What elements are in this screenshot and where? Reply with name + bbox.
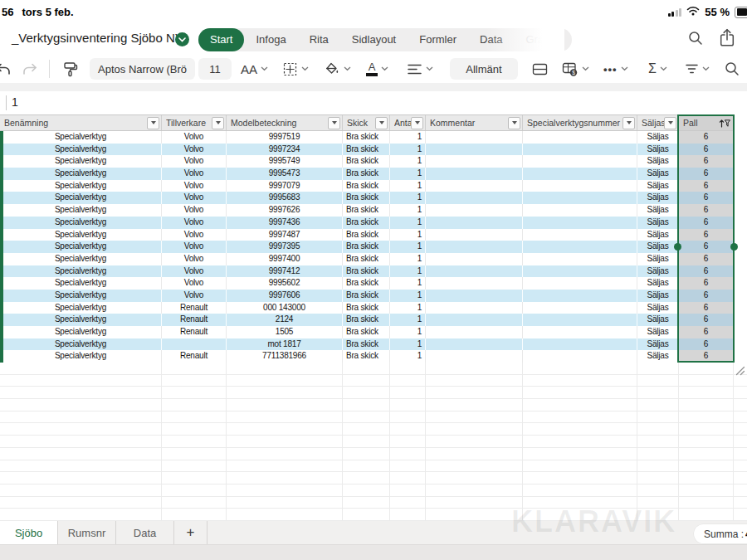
cell-benämning[interactable]: Specialverktyg bbox=[0, 338, 162, 351]
cell-kommentar[interactable] bbox=[426, 180, 523, 192]
cell-antal[interactable]: 1 bbox=[390, 253, 426, 265]
ribbon-tab-rita[interactable]: Rita bbox=[298, 28, 340, 51]
cell-benämning[interactable]: Specialverktyg bbox=[0, 302, 162, 314]
cell-säljas[interactable]: Säljas bbox=[637, 229, 679, 241]
cell-kommentar[interactable] bbox=[426, 350, 523, 363]
cell-modelbeteckning[interactable]: 9997079 bbox=[227, 180, 343, 192]
cell-benämning[interactable]: Specialverktyg bbox=[0, 144, 162, 156]
cell-specialverktygsnummer[interactable] bbox=[523, 350, 637, 363]
cell-modelbeteckning[interactable]: 9997519 bbox=[227, 131, 343, 144]
cell-skick[interactable]: Bra skick bbox=[343, 229, 390, 241]
cell-skick[interactable]: Bra skick bbox=[343, 302, 390, 314]
add-sheet-button[interactable]: + bbox=[174, 521, 208, 544]
cell-kommentar[interactable] bbox=[426, 217, 523, 229]
cell-modelbeteckning[interactable]: 9995749 bbox=[227, 155, 343, 168]
formula-bar[interactable]: 1 bbox=[0, 91, 747, 114]
cell-benämning[interactable]: Specialverktyg bbox=[0, 314, 162, 326]
cell-tillverkare[interactable]: Volvo bbox=[162, 131, 227, 144]
cell-specialverktygsnummer[interactable] bbox=[523, 326, 637, 338]
cell-antal[interactable]: 1 bbox=[390, 314, 426, 326]
cell-antal[interactable]: 1 bbox=[390, 131, 426, 144]
undo-icon[interactable] bbox=[0, 55, 11, 83]
cell-tillverkare[interactable]: Volvo bbox=[162, 217, 227, 229]
cell-säljas[interactable]: Säljas bbox=[637, 350, 679, 363]
cell-modelbeteckning[interactable]: 9995602 bbox=[227, 277, 343, 290]
cell-benämning[interactable]: Specialverktyg bbox=[0, 253, 162, 265]
cell-specialverktygsnummer[interactable] bbox=[523, 314, 637, 326]
cell-skick[interactable]: Bra skick bbox=[343, 314, 390, 326]
column-header-specialverktygsnummer[interactable]: Specialverktygsnummer bbox=[523, 115, 637, 130]
cell-specialverktygsnummer[interactable] bbox=[523, 204, 637, 217]
cell-specialverktygsnummer[interactable] bbox=[523, 217, 637, 229]
column-header-kommentar[interactable]: Kommentar bbox=[426, 115, 523, 130]
cell-antal[interactable]: 1 bbox=[390, 180, 426, 192]
cell-tillverkare[interactable]: Volvo bbox=[162, 155, 227, 168]
cell-pall[interactable]: 6 bbox=[679, 229, 734, 241]
cell-antal[interactable]: 1 bbox=[390, 350, 426, 363]
column-header-pall[interactable]: Pall bbox=[679, 115, 734, 130]
cell-specialverktygsnummer[interactable] bbox=[523, 241, 637, 253]
filter-dropdown-icon[interactable] bbox=[622, 117, 635, 129]
cell-modelbeteckning[interactable]: 9997234 bbox=[227, 144, 343, 156]
font-name-field[interactable]: Aptos Narrow (Brö bbox=[90, 58, 195, 80]
ribbon-tab-start[interactable]: Start bbox=[198, 28, 244, 51]
cell-pall[interactable]: 6 bbox=[679, 350, 734, 363]
sheet-tab-rumsnr[interactable]: Rumsnr bbox=[58, 521, 116, 544]
cell-specialverktygsnummer[interactable] bbox=[523, 265, 637, 278]
cell-benämning[interactable]: Specialverktyg bbox=[0, 290, 162, 302]
cell-kommentar[interactable] bbox=[426, 253, 523, 265]
cell-pall[interactable]: 6 bbox=[679, 241, 734, 253]
cell-säljas[interactable]: Säljas bbox=[637, 290, 679, 302]
cell-tillverkare[interactable]: Renault bbox=[162, 314, 227, 326]
merge-cells-icon[interactable] bbox=[531, 55, 549, 83]
sheet-tab-sjöbo[interactable]: Sjöbo bbox=[0, 521, 58, 544]
cell-skick[interactable]: Bra skick bbox=[343, 338, 390, 351]
ribbon-tab-infoga[interactable]: Infoga bbox=[244, 28, 297, 51]
cell-modelbeteckning[interactable]: 9995473 bbox=[227, 168, 343, 180]
cell-pall[interactable]: 6 bbox=[679, 180, 734, 192]
cell-skick[interactable]: Bra skick bbox=[343, 180, 390, 192]
cell-kommentar[interactable] bbox=[426, 144, 523, 156]
cell-skick[interactable]: Bra skick bbox=[343, 290, 390, 302]
cell-tillverkare[interactable]: Volvo bbox=[162, 229, 227, 241]
search-icon[interactable] bbox=[687, 30, 704, 50]
cell-kommentar[interactable] bbox=[426, 192, 523, 204]
cell-kommentar[interactable] bbox=[426, 314, 523, 326]
format-painter-icon[interactable] bbox=[61, 55, 79, 83]
number-format-field[interactable]: Allmänt bbox=[450, 58, 518, 80]
cell-antal[interactable]: 1 bbox=[390, 144, 426, 156]
cell-pall[interactable]: 6 bbox=[679, 155, 734, 168]
cell-tillverkare[interactable]: Volvo bbox=[162, 253, 227, 265]
cell-skick[interactable]: Bra skick bbox=[343, 217, 390, 229]
cell-skick[interactable]: Bra skick bbox=[343, 192, 390, 204]
cell-säljas[interactable]: Säljas bbox=[637, 338, 679, 351]
cell-säljas[interactable]: Säljas bbox=[637, 277, 679, 290]
cell-skick[interactable]: Bra skick bbox=[343, 155, 390, 168]
cell-skick[interactable]: Bra skick bbox=[343, 253, 390, 265]
cell-skick[interactable]: Bra skick bbox=[343, 241, 390, 253]
filter-dropdown-icon[interactable] bbox=[212, 117, 224, 129]
cell-pall[interactable]: 6 bbox=[679, 253, 734, 265]
column-header-modelbeteckning[interactable]: Modelbeteckning bbox=[227, 115, 343, 130]
cell-säljas[interactable]: Säljas bbox=[637, 155, 679, 168]
font-color-icon[interactable]: A bbox=[366, 55, 388, 83]
cell-specialverktygsnummer[interactable] bbox=[523, 168, 637, 180]
cell-specialverktygsnummer[interactable] bbox=[523, 290, 637, 302]
cell-specialverktygsnummer[interactable] bbox=[523, 192, 637, 204]
cell-pall[interactable]: 6 bbox=[679, 302, 734, 314]
cell-pall[interactable]: 6 bbox=[679, 168, 734, 180]
cell-skick[interactable]: Bra skick bbox=[343, 168, 390, 180]
cell-pall[interactable]: 6 bbox=[679, 338, 734, 351]
cell-benämning[interactable]: Specialverktyg bbox=[0, 131, 162, 144]
cell-benämning[interactable]: Specialverktyg bbox=[0, 192, 162, 204]
cell-tillverkare[interactable]: Volvo bbox=[162, 144, 227, 156]
cell-säljas[interactable]: Säljas bbox=[637, 241, 679, 253]
filter-dropdown-icon[interactable] bbox=[664, 117, 676, 129]
cell-benämning[interactable]: Specialverktyg bbox=[0, 180, 162, 192]
cell-modelbeteckning[interactable]: 7711381966 bbox=[227, 350, 343, 363]
cell-kommentar[interactable] bbox=[426, 338, 523, 351]
cell-modelbeteckning[interactable]: 9997626 bbox=[227, 204, 343, 217]
redo-icon[interactable] bbox=[22, 55, 39, 83]
cell-skick[interactable]: Bra skick bbox=[343, 265, 390, 278]
cell-tillverkare[interactable]: Renault bbox=[162, 302, 227, 314]
